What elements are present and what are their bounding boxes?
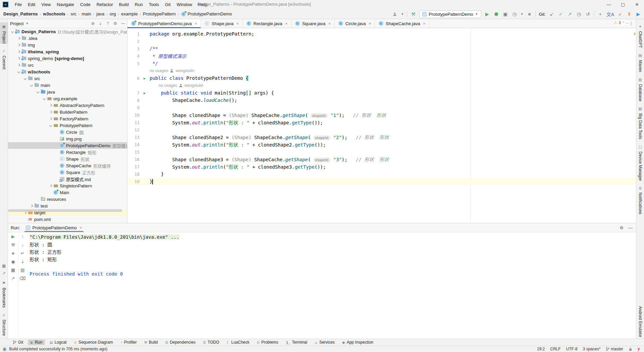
menu-edit[interactable]: Edit <box>25 2 38 7</box>
usages-hint[interactable]: no usages <box>150 68 168 73</box>
stripe-icon-1[interactable]: ↗ <box>0 271 8 276</box>
tree-row[interactable]: img.png <box>8 135 127 142</box>
tree-row[interactable]: .idea <box>8 35 127 42</box>
toolwindow-button-profiler[interactable]: ◔Profiler <box>118 340 140 345</box>
toolwindow-button-todo[interactable]: ☰TODO <box>200 340 222 345</box>
tree-arrow-icon[interactable] <box>16 37 21 39</box>
toolwindow-button-app-inspection[interactable]: ◉App Inspection <box>339 340 376 345</box>
close-icon[interactable]: ✕ <box>423 22 425 25</box>
menu-git[interactable]: Git <box>162 2 174 7</box>
close-icon[interactable]: ✕ <box>236 22 239 25</box>
down-stack-button[interactable]: ↓ <box>21 242 24 247</box>
code-line[interactable]: 9 <box>127 104 636 111</box>
tree-row[interactable]: img <box>8 42 127 48</box>
screenshot-button[interactable]: ◉ <box>11 259 15 264</box>
git-update-button[interactable]: ↙ <box>549 11 555 17</box>
stripe-tab-big-data-tools[interactable]: ▧Big Data Tools <box>636 105 644 139</box>
tree-row[interactable]: CShapeCache形状缓存 <box>8 162 127 169</box>
usages-hint[interactable]: no usages <box>159 83 177 88</box>
code-line[interactable]: no usageswengxiulin <box>127 82 636 89</box>
project-header-icon-2[interactable]: ⇡ <box>106 21 109 26</box>
lock-icon[interactable] <box>629 347 632 351</box>
project-header-icon-1[interactable]: ⇣ <box>99 21 102 26</box>
menu-run[interactable]: Run <box>132 2 146 7</box>
tree-row[interactable]: C▶Main <box>8 189 127 196</box>
run-gutter-icon[interactable]: ▶ <box>140 76 150 80</box>
toolwindow-button-dependencies[interactable]: ☰Dependencies <box>162 340 198 345</box>
search-everywhere-button[interactable]: ⌕ <box>617 11 623 17</box>
editor-tab[interactable]: CCircle.java✕ <box>335 19 375 28</box>
toolwindow-button-terminal[interactable]: ❯_Terminal <box>283 340 310 345</box>
stripe-tab-android-emulator[interactable]: Android Emulator <box>636 305 644 337</box>
tree-arrow-icon[interactable] <box>23 77 28 79</box>
code-line[interactable]: 3/** <box>127 45 636 52</box>
stop-button[interactable]: ■ <box>12 251 14 256</box>
hide-icon[interactable]: — <box>628 225 633 230</box>
horizontal-scrollbar[interactable] <box>8 209 122 212</box>
code-line[interactable]: 1package org.example.PrototypePattern; <box>127 30 636 38</box>
tree-row[interactable]: 原型模式.md <box>8 176 127 182</box>
project-header-icon-0[interactable]: ⊕ <box>91 21 95 26</box>
tree-row[interactable]: itheima_spring <box>8 48 127 55</box>
stripe-tab-commit[interactable]: ✓Commit <box>0 47 8 69</box>
coverage-button[interactable]: ▣ <box>502 11 508 17</box>
update-plugin-button[interactable]: ⬆ <box>626 11 632 17</box>
tree-row[interactable]: CCircle圆 <box>8 129 127 135</box>
breadcrumb-item[interactable]: PrototypePatternDemo <box>187 11 232 16</box>
console-output[interactable]: "C:\Program Files\Java\jdk1.8.0_201\bin\… <box>30 233 179 278</box>
project-header-title[interactable]: Project <box>10 21 23 26</box>
tree-row[interactable]: test <box>8 202 127 209</box>
breadcrumb-item[interactable]: src <box>70 11 76 16</box>
code-line[interactable]: 19} <box>127 178 636 185</box>
line-separator[interactable]: CRLF <box>550 347 560 351</box>
code-line[interactable]: 13 Shape clonedShape2 = (Shape) ShapeCac… <box>127 133 636 141</box>
code-line[interactable]: 17 System.out.println("形状 : " + clonedSh… <box>127 163 636 170</box>
debug-button[interactable]: ⬣ <box>493 11 499 17</box>
tree-arrow-icon[interactable] <box>16 51 21 53</box>
tree-arrow-icon[interactable] <box>10 31 15 33</box>
maximize-button[interactable]: ▢ <box>616 0 630 9</box>
code-line[interactable]: 12 <box>127 126 636 133</box>
code-line[interactable]: 15 <box>127 148 636 156</box>
scroll-to-end-button[interactable]: ⇣ <box>21 259 24 264</box>
code-line[interactable]: 14 System.out.println("形状 : " + clonedSh… <box>127 141 636 148</box>
breadcrumb-item[interactable]: main <box>82 11 91 16</box>
caret-position[interactable]: 19:2 <box>537 347 545 351</box>
up-stack-button[interactable]: ↑ <box>21 234 24 239</box>
close-button[interactable]: ✕ <box>630 0 644 9</box>
run-tab[interactable]: PrototypePatternDemo ✕ <box>23 223 85 232</box>
editor-tab[interactable]: CShape.java✕ <box>201 19 243 28</box>
run-button[interactable]: ▶ <box>484 11 490 17</box>
code-line[interactable]: 6▶public class PrototypePatternDemo { <box>127 74 636 82</box>
code-line[interactable]: 8 ShapeCache.loadCache(); <box>127 97 636 104</box>
tree-row[interactable]: w3schools <box>8 68 127 75</box>
stripe-tab-chatgpt[interactable]: ✦ChatGPT <box>636 22 644 48</box>
run-gutter-icon[interactable]: ▶ <box>140 91 150 95</box>
tree-row[interactable]: mpom.xml <box>8 216 127 223</box>
tab-options-kebab-icon[interactable]: ⋮ <box>629 21 633 26</box>
code-line[interactable]: 7▶ public static void main(String[] args… <box>127 89 636 97</box>
close-icon[interactable]: ✕ <box>328 22 331 25</box>
code-line[interactable]: 18 } <box>127 170 636 178</box>
tree-row[interactable]: src <box>8 75 127 82</box>
chevron-down-icon[interactable]: ▼ <box>25 22 29 25</box>
toolwindow-button-git[interactable]: Git <box>10 340 26 345</box>
tree-arrow-icon[interactable] <box>29 84 34 86</box>
stripe-tab-database[interactable]: ▥Database <box>636 75 644 101</box>
menu-refactor[interactable]: Refactor <box>94 2 116 7</box>
restore-layout-button[interactable]: ▦ <box>11 268 15 273</box>
stripe-icon-0[interactable]: ▦ <box>0 263 8 268</box>
prev-issue-icon[interactable]: ⌃ <box>622 21 625 24</box>
code-line[interactable]: 11 System.out.println("形状 : " + clonedSh… <box>127 119 636 126</box>
breadcrumb-item[interactable]: example <box>121 11 138 16</box>
tool-windows-icon[interactable]: ▣ <box>3 347 6 351</box>
code-line[interactable]: 4 * 原型模式演示 <box>127 52 636 60</box>
stripe-tab-bookmarks[interactable]: ⚑Bookmarks <box>0 279 8 308</box>
tree-arrow-icon[interactable] <box>42 98 47 100</box>
git-commit-button[interactable]: ✓ <box>558 11 564 17</box>
stripe-tab-project[interactable]: ▣Project <box>0 22 8 44</box>
toolwindow-button-logcat[interactable]: ▤Logcat <box>47 340 69 345</box>
tree-arrow-icon[interactable] <box>48 118 53 120</box>
close-icon[interactable]: ✕ <box>368 22 371 25</box>
tree-arrow-icon[interactable] <box>16 44 21 46</box>
